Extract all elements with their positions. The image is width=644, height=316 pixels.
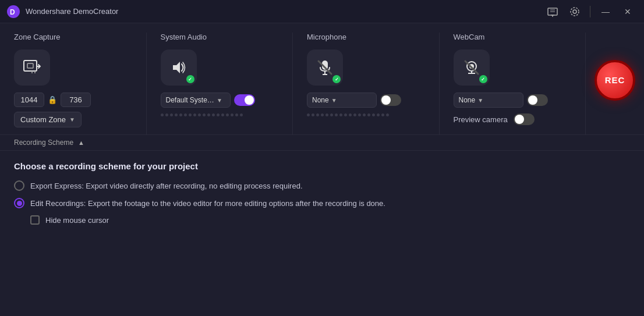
custom-zone-dropdown[interactable]: Custom Zone ▼ [14, 112, 82, 127]
checkbox-label: Hide mouse cursor [45, 216, 109, 225]
microphone-label: Microphone [307, 33, 425, 41]
toggle-thumb [245, 95, 254, 105]
size-row: 1044 🔒 736 [14, 93, 132, 107]
choose-title: Choose a recording scheme for your proje… [14, 161, 630, 171]
lock-icon: 🔒 [48, 95, 57, 104]
hide-cursor-checkbox[interactable] [30, 215, 40, 225]
preview-camera-label: Preview camera [454, 115, 508, 124]
app-title: Wondershare DemoCreator [26, 7, 543, 16]
checkbox-row: Hide mouse cursor [30, 215, 630, 225]
microphone-icon-box[interactable] [307, 49, 343, 86]
svg-point-7 [573, 10, 576, 13]
webcam-status [479, 75, 487, 83]
top-section: Zone Capture 1044 🔒 736 Custom Zone ▼ [0, 23, 644, 135]
zone-capture-icon-box[interactable] [14, 49, 50, 86]
rec-button[interactable]: REC [595, 60, 635, 101]
mic-dropdown-row: None ▼ [307, 93, 425, 108]
screen-capture-icon[interactable] [543, 2, 562, 21]
app-logo: D [7, 5, 20, 18]
zone-capture-label: Zone Capture [14, 33, 132, 41]
height-input[interactable]: 736 [61, 93, 91, 107]
webcam-label: WebCam [454, 33, 572, 41]
minimize-button[interactable]: — [596, 2, 615, 21]
webcam-toggle[interactable] [527, 94, 548, 106]
audio-level-dots [161, 113, 279, 116]
system-audio-icon-box[interactable] [161, 49, 197, 86]
rec-panel: REC [586, 33, 644, 134]
svg-point-8 [571, 8, 579, 16]
close-button[interactable]: ✕ [618, 2, 637, 21]
microphone-dropdown[interactable]: None ▼ [307, 93, 377, 108]
webcam-panel: WebCam None ▼ [440, 33, 586, 134]
option1-radio[interactable] [14, 180, 24, 191]
rec-label: REC [605, 75, 625, 85]
custom-zone-row: Custom Zone ▼ [14, 112, 132, 127]
svg-text:D: D [10, 8, 15, 16]
recording-scheme-label: Recording Scheme [14, 139, 73, 147]
zone-capture-panel: Zone Capture 1044 🔒 736 Custom Zone ▼ [0, 33, 147, 134]
bottom-section: Choose a recording scheme for your proje… [0, 151, 644, 316]
svg-rect-10 [27, 63, 33, 68]
preview-camera-toggle[interactable] [514, 113, 535, 125]
option1-row: Export Express: Export video directly af… [14, 180, 630, 191]
title-bar: D Wondershare DemoCreator — ✕ [0, 0, 644, 23]
radio-inner [17, 201, 22, 206]
svg-rect-9 [24, 61, 37, 71]
system-audio-dropdown[interactable]: Default Syste… ▼ [161, 93, 231, 108]
mic-level-dots [307, 113, 425, 116]
webcam-dropdown[interactable]: None ▼ [454, 93, 523, 108]
option1-text: Export Express: Export video directly af… [30, 182, 303, 190]
webcam-dropdown-row: None ▼ [454, 93, 572, 108]
system-audio-value: Default Syste… [166, 96, 214, 104]
option2-text: Edit Recordings: Export the footage to t… [30, 199, 385, 208]
webcam-toggle-thumb [528, 95, 537, 105]
system-audio-toggle[interactable] [234, 94, 255, 106]
microphone-panel: Microphone None ▼ [293, 33, 440, 134]
separator [590, 6, 590, 17]
webcam-value: None [459, 96, 476, 104]
system-audio-label: System Audio [161, 33, 279, 41]
recording-scheme-arrow: ▲ [78, 139, 84, 146]
custom-zone-value: Custom Zone [20, 115, 66, 124]
option2-radio[interactable] [14, 198, 24, 208]
microphone-status [332, 75, 341, 83]
microphone-toggle[interactable] [380, 94, 401, 106]
settings-icon[interactable] [565, 2, 584, 21]
window-controls: — ✕ [543, 2, 637, 21]
mic-value: None [312, 96, 329, 104]
main-content: Zone Capture 1044 🔒 736 Custom Zone ▼ [0, 23, 644, 316]
system-audio-status [186, 75, 194, 83]
dropdown-arrow: ▼ [69, 116, 75, 123]
preview-toggle-thumb [515, 115, 524, 124]
width-input[interactable]: 1044 [14, 93, 44, 107]
webcam-icon-box[interactable] [454, 49, 490, 86]
audio-dropdown-row: Default Syste… ▼ [161, 93, 279, 108]
preview-camera-row: Preview camera [454, 113, 572, 125]
system-audio-panel: System Audio Default Syste… ▼ [147, 33, 293, 134]
mic-toggle-thumb [381, 95, 391, 105]
option2-row: Edit Recordings: Export the footage to t… [14, 198, 630, 208]
recording-scheme-bar[interactable]: Recording Scheme ▲ [0, 135, 644, 151]
